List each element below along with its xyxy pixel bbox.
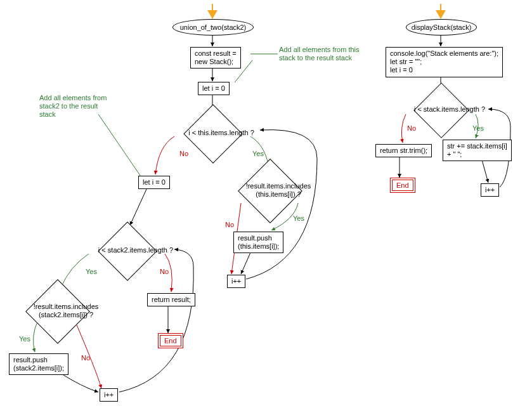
svg-line-4: [241, 253, 250, 274]
edge-yes: Yes: [19, 335, 30, 343]
start-node-display: displayStack(stack): [406, 19, 477, 36]
edge-no: No: [179, 150, 188, 157]
process-append2: str += stack.items[i] + " ";: [443, 140, 512, 161]
edge-yes: Yes: [293, 214, 304, 222]
decision-this-length: i < this.items.length ?: [181, 102, 244, 165]
start-node-union: union_of_two(stack2): [172, 19, 254, 36]
process-return2: return str.trim();: [375, 144, 432, 157]
process-i-zero-1: let i = 0: [198, 82, 230, 95]
edge-no: No: [225, 221, 234, 228]
process-push-stack2: result.push (stack2.items[i]);: [9, 353, 68, 375]
start-label: union_of_two(stack2): [180, 23, 247, 31]
comment-stack2: Add all elements from stack2 to the resu…: [39, 94, 107, 119]
decision-includes-this: !result.items.includes (this.items[i]) ?: [231, 159, 308, 222]
decision-stack-length: i < stack.items.length ?: [406, 81, 476, 138]
edge-yes: Yes: [252, 150, 264, 157]
decision-includes-stack2: !result.items.includes (stack2.items[i])…: [13, 279, 101, 343]
edge-no: No: [407, 124, 416, 132]
edge-yes: Yes: [86, 268, 97, 275]
process-return-result: return result;: [147, 293, 195, 306]
edge-no: No: [160, 268, 169, 275]
end-node-2: End: [392, 180, 413, 191]
process-inc2: i++: [481, 183, 499, 197]
edge-no: No: [81, 354, 90, 362]
process-init-result: const result = new Stack();: [190, 47, 241, 69]
process-init2: console.log("Stack elements are:"); let …: [386, 47, 503, 77]
process-push-this: result.push (this.items[i]);: [233, 232, 283, 253]
process-i-zero-2: let i = 0: [138, 176, 170, 189]
decision-stack2-length: i < stack2.items.length ?: [89, 216, 165, 285]
end-node-1: End: [160, 335, 181, 346]
flowchart-canvas: union_of_two(stack2) const result = new …: [0, 0, 513, 420]
edge-yes: Yes: [472, 124, 484, 132]
process-inc-1: i++: [227, 275, 245, 288]
svg-line-9: [98, 114, 141, 176]
process-inc-2: i++: [100, 388, 118, 402]
comment-this-stack: Add all elements from this stack to the …: [279, 46, 360, 62]
svg-line-13: [482, 160, 488, 183]
